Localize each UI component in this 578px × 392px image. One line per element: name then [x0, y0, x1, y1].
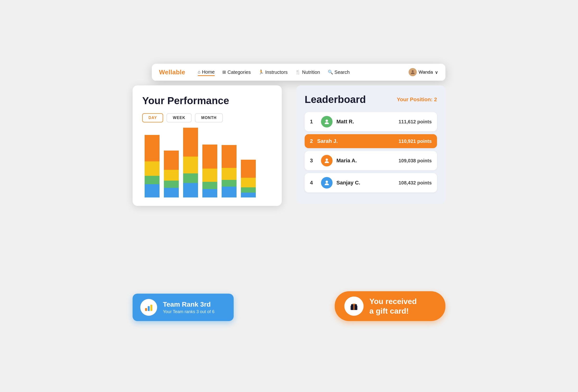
leaderboard-row: 3Maria A.109,038 points [305, 151, 437, 170]
nav-categories[interactable]: ⊞ Categories [222, 69, 251, 76]
leaderboard-card: Leaderboard Your Position: 2 1Matt R.111… [296, 85, 445, 204]
rank-number: 1 [310, 119, 317, 125]
bar-segment [164, 188, 179, 197]
bar-segment [202, 182, 217, 189]
bar-segment [144, 176, 159, 184]
bar [183, 128, 198, 197]
leaderboard-points: 108,432 points [398, 180, 432, 186]
gift-card-banner: You received a gift card! [335, 291, 445, 321]
svg-rect-4 [145, 308, 147, 311]
svg-rect-9 [353, 304, 354, 310]
bar-segment [202, 169, 217, 182]
bar [202, 144, 217, 197]
rank-number: 4 [310, 180, 317, 186]
bar-segment [144, 161, 159, 176]
leaderboard-title: Leaderboard [305, 94, 366, 105]
user-menu[interactable]: Wanda ∨ [409, 68, 438, 76]
leaderboard-name: Sanjay C. [337, 180, 398, 186]
nav-search[interactable]: 🔍 Search [328, 69, 350, 76]
leaderboard-points: 110,921 points [398, 138, 432, 144]
bar-segment [222, 168, 237, 180]
leaderboard-row: 1Matt R.111,612 points [305, 112, 437, 131]
bar-segment [183, 174, 198, 183]
month-filter-button[interactable]: MONTH [195, 113, 223, 122]
leaderboard-name: Maria A. [337, 158, 398, 164]
bar-group [222, 145, 237, 197]
bar-segment [164, 151, 179, 170]
bar-segment [222, 187, 237, 197]
svg-point-0 [412, 70, 414, 72]
bar-group [202, 144, 217, 197]
leaderboard-name: Matt R. [337, 119, 398, 125]
week-filter-button[interactable]: WEEK [167, 113, 192, 122]
svg-rect-5 [148, 306, 150, 311]
leaderboard-name: Sarah J. [317, 138, 398, 144]
bar-group [144, 135, 159, 197]
bar [144, 135, 159, 197]
svg-point-3 [326, 181, 328, 183]
bar-segment [241, 178, 256, 187]
team-rank-icon-circle [140, 299, 157, 316]
leaderboard-points: 109,038 points [398, 158, 432, 164]
bar-segment [222, 180, 237, 187]
bar-segment [164, 170, 179, 181]
bar-segment [202, 144, 217, 169]
svg-rect-6 [150, 305, 152, 311]
grid-icon: ⊞ [222, 70, 226, 75]
search-icon: 🔍 [328, 70, 333, 75]
browser-window: Wellable ⌂ Home ⊞ Categories 🏃 Instructo… [152, 64, 445, 81]
leaderboard-header: Leaderboard Your Position: 2 [305, 94, 437, 105]
day-filter-button[interactable]: DAY [142, 113, 163, 122]
avatar [321, 177, 333, 189]
gift-icon-circle [344, 297, 364, 316]
bar-segment [183, 157, 198, 174]
bar-segment [222, 145, 237, 168]
leaderboard-row: 4Sanjay C.108,432 points [305, 173, 437, 192]
svg-point-1 [326, 120, 328, 122]
bar-segment [144, 184, 159, 197]
avatar [409, 68, 417, 76]
bar-group [183, 128, 198, 197]
run-icon: 🏃 [258, 70, 264, 75]
avatar [321, 116, 333, 128]
performance-card: Your Performance DAY WEEK MONTH [133, 85, 282, 206]
leaderboard-row: 2Sarah J.110,921 points [305, 134, 437, 148]
navigation-bar: Wellable ⌂ Home ⊞ Categories 🏃 Instructo… [152, 64, 445, 81]
bar-segment [241, 193, 256, 197]
nav-home[interactable]: ⌂ Home [198, 68, 215, 76]
brand-logo[interactable]: Wellable [159, 69, 185, 76]
bar-segment [241, 187, 256, 193]
bar [222, 145, 237, 197]
bar-segment [144, 135, 159, 161]
gift-text: You received a gift card! [369, 297, 417, 316]
avatar [321, 155, 333, 166]
leaderboard-points: 111,612 points [398, 119, 432, 125]
rank-number: 2 [310, 138, 317, 144]
performance-title: Your Performance [142, 95, 272, 107]
nav-instructors[interactable]: 🏃 Instructors [258, 69, 288, 76]
nav-nutrition[interactable]: 🍴 Nutrition [295, 69, 320, 76]
bar-segment [164, 181, 179, 188]
bar-segment [183, 183, 198, 197]
time-filter-group: DAY WEEK MONTH [142, 113, 272, 122]
bar-group [164, 151, 179, 197]
svg-point-2 [326, 159, 328, 161]
team-rank-text: Team Rank 3rd Your Team ranks 3 out of 6 [163, 301, 214, 314]
rank-number: 3 [310, 158, 317, 164]
position-badge: Your Position: 2 [397, 96, 437, 103]
bar [164, 151, 179, 197]
team-rank-banner: Team Rank 3rd Your Team ranks 3 out of 6 [133, 294, 234, 321]
leaderboard-list: 1Matt R.111,612 points2Sarah J.110,921 p… [305, 112, 437, 192]
bar-segment [202, 189, 217, 197]
chevron-down-icon: ∨ [435, 70, 438, 75]
home-icon: ⌂ [198, 70, 200, 75]
bar [241, 160, 256, 197]
fork-icon: 🍴 [295, 70, 300, 75]
bar-segment [241, 160, 256, 178]
bar-chart [142, 130, 272, 197]
bar-group [241, 160, 256, 197]
bar-segment [183, 128, 198, 157]
